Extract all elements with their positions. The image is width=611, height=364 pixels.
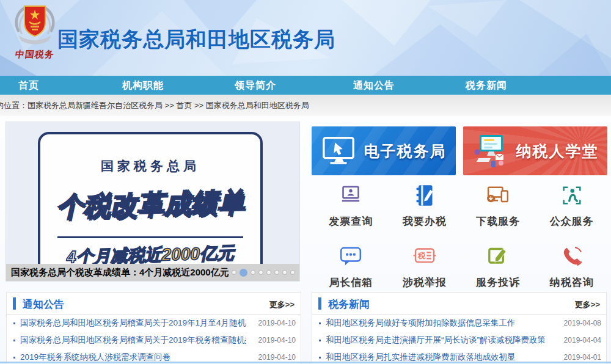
- bullet-icon: [13, 322, 15, 324]
- carousel-caption-bar: 国家税务总局个税改革成绩单：4个月减税近2000亿元: [6, 264, 299, 281]
- carousel-dot[interactable]: [251, 270, 255, 275]
- quick-service-label: 下载服务: [476, 214, 520, 228]
- svg-text:税: 税: [417, 252, 426, 260]
- news-date: 2019-04-10: [258, 332, 296, 349]
- poster-sub-prefix: 4个月减税近: [67, 246, 162, 264]
- panel-title: 通知公告: [23, 297, 64, 311]
- quick-service-label: 公众服务: [550, 214, 594, 228]
- poster-sub-number: 2000: [161, 244, 200, 264]
- news-link[interactable]: 国家税务总局和田地区税务局稽查局关于2019年税务稽查随机抽查工作...: [20, 332, 246, 349]
- news-date: 2019-04-04: [564, 332, 601, 349]
- panel-accent-bar: [318, 297, 321, 310]
- quick-service-tax-report-stamp[interactable]: 税 涉税举报: [388, 244, 462, 289]
- list-item: 国家税务总局和田地区税务局稽查局关于2019年税务稽查随机抽查工作... 201…: [7, 332, 301, 349]
- panel-header: 税务新闻 更多>>: [312, 293, 606, 315]
- bullet-icon: [13, 357, 15, 359]
- news-date: 2019-04-08: [564, 315, 601, 332]
- download-devices-icon: [486, 183, 510, 210]
- poster-headline: 个税改革成绩单: [40, 184, 260, 225]
- public-person-icon: [560, 183, 584, 210]
- breadcrumb: 的位置：国家税务总局新疆维吾尔自治区税务局 >> 首页 >> 国家税务总局和田地…: [0, 100, 309, 111]
- carousel-slide[interactable]: 国家税务总局 个税改革成绩单 4个月减税近2000亿元: [6, 122, 299, 264]
- panel-header: 通知公告 更多>>: [7, 293, 301, 315]
- quick-service-complaint-pencil[interactable]: 服务投诉: [461, 244, 535, 289]
- news-link[interactable]: 和田地区税务局走进演播厅开展“局长访谈”解读减税降费政策: [326, 332, 546, 349]
- banner-label: 电子税务局: [364, 141, 447, 161]
- consult-phone-icon: [560, 244, 584, 271]
- quick-service-label: 纳税咨询: [550, 275, 594, 289]
- quick-service-label: 局长信箱: [329, 275, 373, 289]
- page-title: 国家税务总局和田地区税务局: [57, 26, 335, 54]
- quick-services-grid: 发票查询 我要办税 下载服务 公众服务 局长信箱 税 涉税举报: [314, 183, 609, 289]
- more-link[interactable]: 更多>>: [575, 299, 600, 310]
- etax-bureau-banner[interactable]: 电子税务局: [312, 126, 456, 175]
- list-item: 和田地区税务局走进演播厅开展“局长访谈”解读减税降费政策 2019-04-04: [312, 332, 606, 349]
- carousel-dots: [232, 264, 295, 281]
- nav-item-news[interactable]: 税务新闻: [466, 76, 507, 95]
- china-tax-emblem-icon: [9, 4, 60, 49]
- news-carousel[interactable]: 国家税务总局 个税改革成绩单 4个月减税近2000亿元 国家税务总局个税改革成绩…: [6, 122, 299, 281]
- quick-service-label: 发票查询: [329, 214, 373, 228]
- carousel-dot[interactable]: [258, 270, 263, 275]
- invoice-monitor-icon: [338, 183, 363, 210]
- complaint-pencil-icon: [486, 244, 510, 271]
- main-nav: 首页机构职能领导简介通知公告税务新闻: [0, 76, 611, 95]
- poster-subline: 4个月减税近2000亿元: [40, 241, 261, 264]
- list-item: 国家税务总局和田地区税务局稽查局关于2019年1月至4月随机抽查对象... 20…: [7, 315, 301, 332]
- bullet-icon: [13, 340, 15, 341]
- quick-service-label: 服务投诉: [476, 275, 520, 289]
- panel-list: 国家税务总局和田地区税务局稽查局关于2019年1月至4月随机抽查对象... 20…: [7, 315, 301, 364]
- etax-monitor-icon: [321, 136, 357, 166]
- panel-accent-bar: [13, 297, 16, 310]
- banner-label: 纳税人学堂: [516, 141, 599, 161]
- panel-title: 税务新闻: [328, 297, 370, 311]
- panel-list: 和田地区税务局做好专项附加扣除数据信息采集工作 2019-04-08 和田地区税…: [312, 315, 606, 364]
- bullet-icon: [319, 357, 321, 359]
- bullet-icon: [319, 340, 321, 341]
- carousel-dot[interactable]: [282, 270, 287, 275]
- quick-service-invoice-monitor[interactable]: 发票查询: [314, 183, 388, 228]
- list-item: 和田地区税务局做好专项附加扣除数据信息采集工作 2019-04-08: [312, 315, 606, 332]
- quick-service-label: 涉税举报: [403, 275, 447, 289]
- footer-divider: [0, 362, 611, 363]
- nav-item-leaders[interactable]: 领导简介: [235, 76, 276, 95]
- news-link[interactable]: 和田地区税务局做好专项附加扣除数据信息采集工作: [326, 315, 516, 332]
- poster-org-text: 国家税务总局: [40, 158, 260, 175]
- news-date: 2019-04-10: [258, 315, 296, 332]
- logo-caption: 中国税务: [7, 49, 64, 60]
- news-panel: 税务新闻 更多>> 和田地区税务局做好专项附加扣除数据信息采集工作 2019-0…: [312, 292, 607, 364]
- news-link[interactable]: 国家税务总局和田地区税务局稽查局关于2019年1月至4月随机抽查对象...: [20, 315, 246, 332]
- carousel-dot[interactable]: [274, 270, 279, 275]
- nav-item-home[interactable]: 首页: [18, 76, 39, 95]
- quick-service-label: 我要办税: [403, 214, 447, 228]
- tax-notebook-icon: [412, 183, 437, 210]
- taxpayer-school-icon: [472, 134, 509, 168]
- quick-service-download-devices[interactable]: 下载服务: [461, 183, 535, 228]
- taxpayer-school-banner[interactable]: 纳税人学堂: [463, 126, 607, 175]
- tax-report-stamp-icon: 税: [412, 244, 437, 271]
- poster-sub-suffix: 亿元: [199, 243, 234, 263]
- carousel-dot[interactable]: [266, 270, 271, 275]
- poster-card: 国家税务总局 个税改革成绩单 4个月减税近2000亿元: [38, 132, 263, 264]
- bullet-icon: [319, 322, 321, 324]
- nav-item-functions[interactable]: 机构职能: [122, 76, 164, 95]
- quick-service-public-person[interactable]: 公众服务: [535, 183, 609, 228]
- notice-panel: 通知公告 更多>> 国家税务总局和田地区税务局稽查局关于2019年1月至4月随机…: [6, 292, 301, 364]
- quick-service-tax-notebook[interactable]: 我要办税: [388, 183, 462, 228]
- nav-item-notices[interactable]: 通知公告: [353, 76, 395, 95]
- site-header: 中国税务 国家税务总局和田地区税务局: [0, 0, 611, 76]
- carousel-dot[interactable]: [290, 270, 295, 275]
- quick-service-mailbox-chat[interactable]: 局长信箱: [314, 244, 388, 289]
- carousel-dot[interactable]: [232, 270, 236, 275]
- quick-service-consult-phone[interactable]: 纳税咨询: [535, 244, 609, 289]
- poster-divider: [57, 236, 243, 238]
- carousel-dot-active[interactable]: [240, 269, 247, 277]
- breadcrumb-bar: 的位置：国家税务总局新疆维吾尔自治区税务局 >> 首页 >> 国家税务总局和田地…: [0, 95, 611, 116]
- more-link[interactable]: 更多>>: [269, 299, 295, 310]
- tax-bureau-logo: 中国税务: [7, 4, 62, 60]
- mailbox-chat-icon: [338, 244, 363, 271]
